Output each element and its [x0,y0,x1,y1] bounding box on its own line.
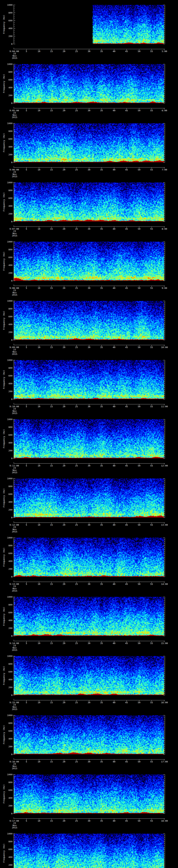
x-tick-label: 25 [70,287,83,289]
y-tick-mark [14,717,14,717]
y-tick-mark [164,44,165,44]
y-tick-mark [164,362,165,362]
y-tick-mark [164,156,165,157]
x-tick-label: 45 [120,465,132,467]
y-tick-mark [164,221,165,222]
y-tick-mark [164,618,165,619]
y-tick-mark [164,681,165,682]
y-tick-mark [14,242,15,242]
y-tick-label: 1000 [5,536,12,539]
x-tick-label: 35 [95,820,108,822]
y-tick-mark [164,784,165,784]
y-tick-mark [14,267,14,267]
frequency-axis-title: Frequency (Hz) [3,252,5,271]
x-tick-label: 35 [95,346,108,348]
y-tick-label: 800 [5,426,12,428]
x-tick-label: 15 [46,701,58,704]
y-tick-label: 0 [5,280,12,282]
y-tick-mark [164,204,165,204]
y-tick-mark [14,72,15,72]
y-tick-mark [164,482,165,483]
y-tick-mark [164,498,165,498]
y-tick-mark [164,597,165,597]
y-tick-label: 200 [5,509,12,511]
y-tick-mark [14,841,15,842]
x-tick-label: 10 [33,168,45,171]
y-tick-mark [164,305,165,305]
y-tick-mark [164,813,165,814]
y-tick-label: 400 [5,382,12,385]
x-tick-label: 50 [133,465,145,467]
y-tick-mark [164,101,165,101]
y-tick-mark [164,188,165,189]
y-tick-mark [14,143,14,143]
y-tick-mark [164,604,165,605]
x-tick-label: 15 [46,524,58,526]
y-tick-label: 800 [5,545,12,547]
y-tick-label: 600 [5,138,12,140]
y-tick-mark [164,419,165,420]
y-tick-mark [14,439,14,439]
x-tick-label: 40 [108,524,120,526]
y-tick-mark [14,218,14,218]
y-tick-mark [14,551,14,552]
y-tick-mark [164,80,165,80]
y-tick-mark [14,743,14,743]
y-tick-label: 200 [5,627,12,629]
spectrogram-heatmap [14,597,164,636]
x-tick-label: 40 [108,287,120,289]
y-tick-mark [14,664,15,664]
y-tick-mark [14,514,14,514]
y-tick-mark [164,36,165,36]
x-tick-label: 35 [95,524,108,526]
y-tick-mark [14,151,14,151]
x-tick-label: 30 [83,287,95,289]
x-tick-label: 40 [108,465,120,467]
x-tick-label: 20 [58,761,70,763]
frequency-axis-title: Frequency (Hz) [3,725,5,744]
x-tick-label: 35 [95,168,108,171]
y-tick-label: 0 [5,812,12,815]
spectrogram-heatmap [14,5,164,44]
y-tick-mark [14,259,14,259]
y-tick-mark [164,660,165,660]
x-tick-label: 20 [58,228,70,230]
x-tick-label: 55 [146,168,158,171]
x-tick-label: 20 [58,701,70,704]
spectrogram-heatmap [14,715,164,754]
y-tick-mark [14,34,14,34]
x-tick-label: 5 [20,405,32,408]
y-tick-mark [14,689,14,689]
x-tick-label: 40 [108,228,120,230]
y-tick-mark [164,206,165,206]
y-tick-mark [14,863,14,863]
y-tick-mark [164,729,165,729]
x-tick-label: 20 [58,405,70,408]
x-tick-label: 5 [20,346,32,348]
x-tick-label: 25 [70,168,83,171]
date-year-label: 2015 [4,471,25,473]
y-tick-mark [14,101,14,101]
x-tick-label: 15 [46,168,58,171]
y-tick-mark [14,512,14,512]
y-tick-mark [164,326,165,327]
y-tick-label: 600 [5,20,12,22]
y-tick-mark [164,774,165,775]
y-tick-mark [14,725,14,725]
x-tick-label: 35 [95,287,108,289]
y-tick-mark [164,662,165,662]
x-axis [13,641,165,641]
date-year-label: 2015 [4,530,25,533]
y-tick-mark [14,614,14,615]
y-tick-mark [14,748,14,749]
y-tick-mark [14,399,15,399]
y-tick-label: 400 [5,205,12,207]
x-tick-label: 45 [120,701,132,704]
y-tick-mark [164,196,165,196]
y-tick-label: 1000 [5,833,12,835]
y-tick-mark [164,683,165,684]
y-tick-mark [14,383,15,384]
x-tick-label: 25 [70,701,83,704]
y-tick-mark [164,143,165,143]
y-tick-mark [164,381,165,382]
